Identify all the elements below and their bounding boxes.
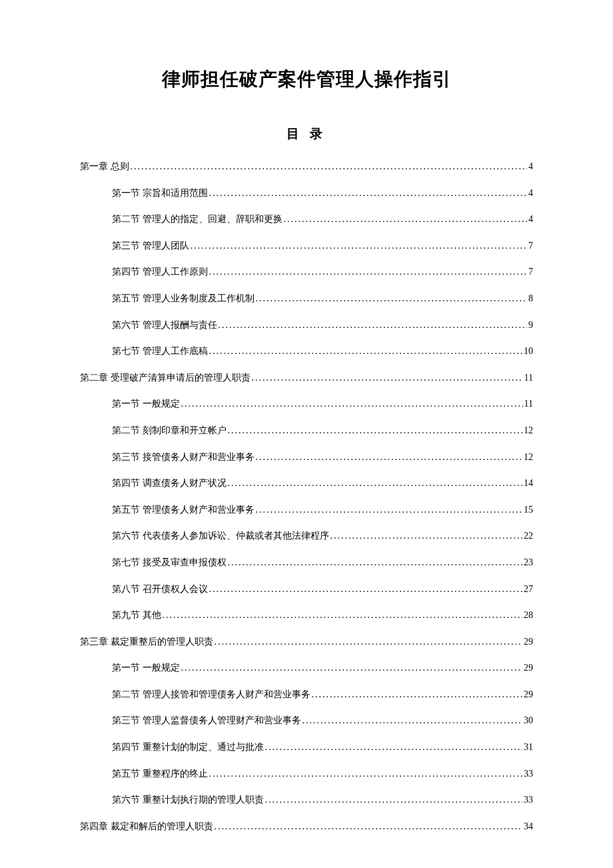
toc-entry: 第六节 管理人报酬与责任9 xyxy=(112,319,533,332)
toc-entry-label: 第四章 裁定和解后的管理人职责 xyxy=(80,820,213,833)
toc-entry-label: 第三节 管理人监督债务人管理财产和营业事务 xyxy=(112,714,301,727)
toc-dots xyxy=(131,160,528,173)
toc-entry: 第五节 重整程序的终止33 xyxy=(112,767,533,781)
toc-entry: 第四节 重整计划的制定、通过与批准31 xyxy=(112,741,533,754)
toc-entry: 第三章 裁定重整后的管理人职责29 xyxy=(80,635,533,649)
toc-entry-label: 第一节 一般规定 xyxy=(112,661,180,675)
toc-entry-label: 第三节 管理人团队 xyxy=(112,239,189,253)
toc-entry-page: 34 xyxy=(524,820,533,833)
toc-entry: 第五节 管理债务人财产和营业事务15 xyxy=(112,503,533,517)
toc-entry-page: 33 xyxy=(524,767,533,781)
toc-dots xyxy=(303,714,523,727)
toc-dots xyxy=(284,213,528,226)
toc-heading: 目 录 xyxy=(80,125,533,143)
toc-entry-page: 4 xyxy=(528,213,533,226)
toc-entry-label: 第一节 宗旨和适用范围 xyxy=(112,187,208,200)
toc-entry: 第六节 重整计划执行期的管理人职责33 xyxy=(112,793,533,807)
toc-dots xyxy=(312,688,523,701)
toc-entry-page: 4 xyxy=(528,187,533,200)
toc-entry-page: 15 xyxy=(524,503,533,517)
toc-entry-label: 第二章 受理破产清算申请后的管理人职责 xyxy=(80,371,251,385)
toc-entry-label: 第二节 管理人接管和管理债务人财产和营业事务 xyxy=(112,688,310,701)
toc-entry: 第二节 管理人的指定、回避、辞职和更换4 xyxy=(112,213,533,226)
toc-entry: 第三节 管理人团队7 xyxy=(112,239,533,253)
toc-dots xyxy=(209,583,523,596)
toc-entry-page: 12 xyxy=(524,424,533,437)
toc-entry-page: 33 xyxy=(524,793,533,807)
toc-entry-page: 10 xyxy=(524,345,533,358)
toc-entry: 第二节 管理人接管和管理债务人财产和营业事务29 xyxy=(112,688,533,701)
toc-entry-label: 第五节 管理债务人财产和营业事务 xyxy=(112,503,255,517)
toc-entry: 第二章 受理破产清算申请后的管理人职责11 xyxy=(80,371,533,385)
toc-dots xyxy=(209,767,523,781)
toc-entry: 第一章 总则4 xyxy=(80,160,533,173)
table-of-contents: 第一章 总则4第一节 宗旨和适用范围4第二节 管理人的指定、回避、辞职和更换4第… xyxy=(80,160,533,833)
toc-entry-page: 22 xyxy=(524,529,533,543)
toc-entry-label: 第一节 一般规定 xyxy=(112,397,180,411)
toc-entry: 第一节 宗旨和适用范围4 xyxy=(112,187,533,200)
toc-entry-page: 14 xyxy=(524,477,533,490)
toc-entry-page: 30 xyxy=(524,714,533,727)
toc-entry-page: 27 xyxy=(524,583,533,596)
toc-entry-label: 第五节 管理人业务制度及工作机制 xyxy=(112,292,255,305)
toc-entry-label: 第三节 接管债务人财产和营业事务 xyxy=(112,451,255,464)
toc-entry-page: 9 xyxy=(528,319,533,332)
toc-dots xyxy=(209,345,523,358)
toc-dots xyxy=(219,319,528,332)
toc-entry: 第九节 其他28 xyxy=(112,609,533,622)
toc-dots xyxy=(163,609,523,622)
toc-entry-label: 第四节 管理人工作原则 xyxy=(112,265,208,279)
toc-entry-label: 第五节 重整程序的终止 xyxy=(112,767,208,781)
toc-dots xyxy=(256,451,523,464)
toc-dots xyxy=(191,239,528,253)
toc-dots xyxy=(256,503,523,517)
toc-entry: 第七节 管理人工作底稿10 xyxy=(112,345,533,358)
toc-entry-page: 7 xyxy=(528,265,533,279)
toc-entry-page: 8 xyxy=(528,292,533,305)
toc-entry-page: 4 xyxy=(528,160,533,173)
toc-entry-page: 28 xyxy=(524,609,533,622)
toc-entry: 第一节 一般规定29 xyxy=(112,661,533,675)
toc-entry-label: 第八节 召开债权人会议 xyxy=(112,583,208,596)
toc-dots xyxy=(209,187,528,200)
toc-entry: 第四节 调查债务人财产状况14 xyxy=(112,477,533,490)
toc-entry: 第八节 召开债权人会议27 xyxy=(112,583,533,596)
toc-entry-label: 第六节 管理人报酬与责任 xyxy=(112,319,217,332)
toc-entry: 第三节 管理人监督债务人管理财产和营业事务30 xyxy=(112,714,533,727)
toc-dots xyxy=(252,371,523,385)
toc-dots xyxy=(215,820,523,833)
toc-dots xyxy=(228,556,523,569)
toc-entry-label: 第四节 调查债务人财产状况 xyxy=(112,477,227,490)
toc-entry-page: 12 xyxy=(524,451,533,464)
toc-entry-label: 第二节 管理人的指定、回避、辞职和更换 xyxy=(112,213,283,226)
toc-entry-page: 7 xyxy=(528,239,533,253)
toc-entry: 第四章 裁定和解后的管理人职责34 xyxy=(80,820,533,833)
toc-dots xyxy=(265,741,523,754)
toc-dots xyxy=(228,424,523,437)
toc-entry: 第七节 接受及审查申报债权23 xyxy=(112,556,533,569)
toc-entry-page: 29 xyxy=(524,688,533,701)
toc-dots xyxy=(181,397,523,411)
toc-entry: 第四节 管理人工作原则7 xyxy=(112,265,533,279)
toc-dots xyxy=(181,661,523,675)
toc-entry: 第三节 接管债务人财产和营业事务12 xyxy=(112,451,533,464)
toc-dots xyxy=(256,292,528,305)
toc-entry: 第二节 刻制印章和开立帐户12 xyxy=(112,424,533,437)
toc-dots xyxy=(228,477,523,490)
toc-entry-page: 23 xyxy=(524,556,533,569)
toc-entry-label: 第九节 其他 xyxy=(112,609,161,622)
toc-entry-page: 11 xyxy=(524,371,533,385)
toc-dots xyxy=(265,793,523,807)
toc-entry-label: 第二节 刻制印章和开立帐户 xyxy=(112,424,227,437)
toc-entry-label: 第七节 接受及审查申报债权 xyxy=(112,556,227,569)
toc-entry-label: 第四节 重整计划的制定、通过与批准 xyxy=(112,741,264,754)
toc-entry-label: 第三章 裁定重整后的管理人职责 xyxy=(80,635,213,649)
toc-dots xyxy=(330,529,523,543)
toc-entry-page: 29 xyxy=(524,661,533,675)
toc-entry: 第五节 管理人业务制度及工作机制8 xyxy=(112,292,533,305)
toc-entry-page: 11 xyxy=(524,397,533,411)
toc-entry-page: 31 xyxy=(524,741,533,754)
toc-entry: 第六节 代表债务人参加诉讼、仲裁或者其他法律程序22 xyxy=(112,529,533,543)
toc-entry-label: 第六节 重整计划执行期的管理人职责 xyxy=(112,793,264,807)
toc-entry: 第一节 一般规定11 xyxy=(112,397,533,411)
